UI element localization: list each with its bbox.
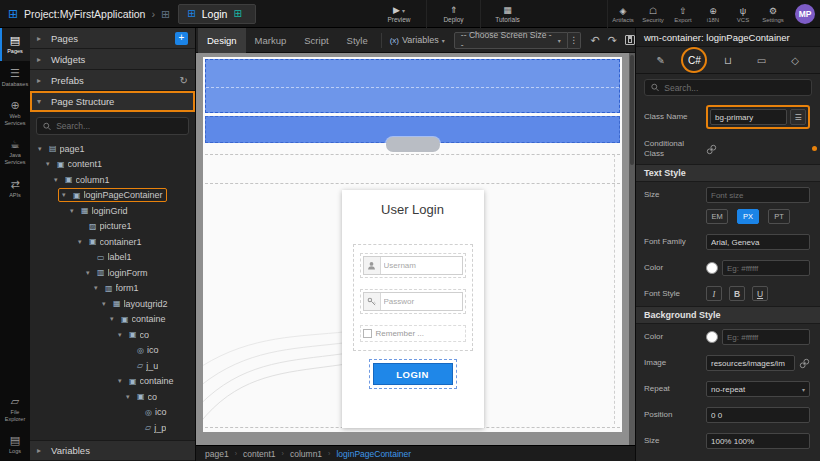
tree-node-page1[interactable]: ▾ ▤ page1 [30, 141, 195, 157]
tree-node-content1[interactable]: ▾ ▣ content1 [30, 157, 195, 173]
section-variables[interactable]: Variables [30, 440, 195, 461]
tree-node-picture1[interactable]: ▾ ▨ picture1 [30, 219, 195, 235]
rp-tab-dialog[interactable]: ▭ [751, 49, 773, 71]
deploy-button[interactable]: ⇑ ▾ Deploy [426, 0, 480, 28]
font-style-button[interactable]: U [752, 286, 768, 301]
background-repeat-select[interactable]: no-repeat ▾ [706, 381, 810, 397]
save-icon[interactable] [625, 35, 635, 45]
chevron-down-icon[interactable]: ▾ [70, 207, 78, 215]
tree-node-j_p[interactable]: ▾ ▱ j_p [30, 420, 195, 436]
artifacts-button[interactable]: ◈ Artifacts [608, 0, 638, 28]
tree-node-containe-2[interactable]: ▾ ▣ containe [30, 374, 195, 390]
preview-button[interactable]: ▶ ▾ Preview [372, 0, 426, 28]
link-icon[interactable] [706, 144, 717, 155]
background-color-input[interactable] [722, 329, 810, 345]
remember-checkbox[interactable] [363, 329, 372, 338]
section-prefabs[interactable]: Prefabs + ↻ [30, 70, 195, 91]
page-canvas[interactable]: User Login [203, 57, 622, 432]
chevron-down-icon[interactable]: ▾ [46, 160, 54, 168]
tree-node-ico-2[interactable]: ▾ ◎ ico [30, 405, 195, 421]
chevron-down-icon[interactable]: ▾ [94, 284, 102, 292]
background-color-swatch[interactable] [706, 331, 718, 343]
refresh-icon[interactable]: ↻ [180, 75, 188, 86]
app-menu-icon[interactable]: ⊞ [8, 8, 18, 20]
tree-node-container1[interactable]: ▾ ▣ container1 [30, 234, 195, 250]
redo-icon[interactable]: ↷ [608, 34, 617, 47]
link-icon[interactable] [799, 358, 810, 369]
settings-button[interactable]: ⚙ Settings [758, 0, 788, 28]
undo-icon[interactable]: ↶ [591, 34, 600, 47]
tree-node-co-2[interactable]: ▾ ▣ co [30, 389, 195, 405]
variables-button[interactable]: (x) Variables ▾ [390, 35, 445, 45]
tab-markup[interactable]: Markup [246, 28, 296, 53]
text-color-input[interactable] [722, 260, 810, 276]
tab-style[interactable]: Style [338, 28, 377, 53]
chevron-down-icon[interactable]: ▾ [110, 315, 118, 323]
section-widgets[interactable]: Widgets + ↻ [30, 49, 195, 70]
rp-tab-properties[interactable]: ✎ [650, 49, 672, 71]
breadcrumb-item[interactable]: column1 [290, 449, 322, 459]
selected-header-container[interactable] [205, 59, 620, 113]
add-page-button[interactable]: + [175, 32, 188, 45]
background-position-input[interactable] [706, 407, 810, 423]
username-input[interactable] [381, 257, 462, 274]
rp-tab-style[interactable]: C# [683, 49, 705, 71]
unit-button[interactable]: PX [737, 209, 759, 224]
placeholder-pill[interactable] [386, 137, 440, 152]
chevron-down-icon[interactable]: ▾ [54, 176, 62, 184]
login-button[interactable]: LOGIN [373, 363, 453, 385]
page-tab-login[interactable]: ⊞ Login ⊞ [178, 4, 256, 24]
tree-node-loginPageContainer[interactable]: ▾ ▣ loginPageContainer [30, 188, 195, 204]
rp-tab-magnet[interactable]: ⊔ [717, 49, 739, 71]
rail-item-databases[interactable]: ☰ Databases [0, 61, 30, 94]
more-options-button[interactable]: ⋮ [568, 32, 581, 49]
unit-button[interactable]: EM [706, 209, 728, 224]
text-color-swatch[interactable] [706, 262, 718, 274]
screen-size-select[interactable]: -- Choose Screen Size -- ▾ [454, 32, 568, 49]
export-button[interactable]: ⇧ Export [668, 0, 698, 28]
user-avatar[interactable]: MP [795, 4, 815, 24]
chevron-down-icon[interactable]: ▾ [118, 377, 126, 385]
rail-item-logs[interactable]: ▤ Logs [0, 428, 30, 461]
chevron-down-icon[interactable]: ▾ [38, 145, 46, 153]
tree-node-label1[interactable]: ▾ ▭ label1 [30, 250, 195, 266]
tree-node-layoutgrid2[interactable]: ▾ ▦ layoutgrid2 [30, 296, 195, 312]
rail-item-web-services[interactable]: ⊕ Web Services [0, 93, 30, 132]
password-input[interactable] [381, 293, 462, 310]
tree-node-ico-1[interactable]: ▾ ◎ ico [30, 343, 195, 359]
section-page-structure[interactable]: Page Structure + ↻ [30, 91, 195, 112]
font-style-button[interactable]: B [729, 286, 745, 301]
chevron-down-icon[interactable]: ▾ [86, 269, 94, 277]
section-pages[interactable]: Pages + ↻ [30, 28, 195, 49]
tree-node-j_u[interactable]: ▾ ▱ j_u [30, 358, 195, 374]
class-name-input[interactable] [710, 109, 787, 125]
background-size-input[interactable] [706, 433, 810, 449]
chevron-down-icon[interactable]: ▾ [118, 331, 126, 339]
font-style-button[interactable]: I [706, 286, 722, 301]
remember-me-row[interactable]: Remember ... [360, 325, 466, 342]
pages-grid-icon[interactable]: ⊞ [161, 8, 170, 20]
tree-node-loginGrid[interactable]: ▾ ▦ loginGrid [30, 203, 195, 219]
chevron-down-icon[interactable]: ▾ [62, 191, 70, 199]
tree-node-column1[interactable]: ▾ ▣ column1 [30, 172, 195, 188]
vcs-button[interactable]: ψ VCS [728, 0, 758, 28]
breadcrumb-item[interactable]: content1 [243, 449, 276, 459]
tab-design[interactable]: Design [198, 28, 246, 53]
tree-node-form1[interactable]: ▾ ▥ form1 [30, 281, 195, 297]
breadcrumb-item[interactable]: page1 [205, 449, 229, 459]
class-list-icon[interactable]: ☰ [790, 109, 806, 125]
rail-item-java-services[interactable]: ☕ Java Services [0, 132, 30, 171]
login-card[interactable]: User Login [342, 190, 484, 428]
tree-node-co-1[interactable]: ▾ ▣ co [30, 327, 195, 343]
rp-tab-security[interactable]: ◇ [784, 49, 806, 71]
background-image-input[interactable] [706, 355, 795, 371]
rail-item-pages[interactable]: ▤ Pages [0, 28, 30, 61]
security-button[interactable]: ☖ Security [638, 0, 668, 28]
tutorials-button[interactable]: ▦ ▾ Tutorials [480, 0, 534, 28]
breadcrumb-item[interactable]: loginPageContainer [336, 449, 411, 459]
scrollbar-thumb[interactable] [630, 55, 634, 165]
chevron-down-icon[interactable]: ▾ [126, 393, 134, 401]
chevron-down-icon[interactable]: ▾ [78, 238, 86, 246]
font-size-input[interactable] [706, 187, 810, 203]
tree-node-loginForm[interactable]: ▾ ▥ loginForm [30, 265, 195, 281]
